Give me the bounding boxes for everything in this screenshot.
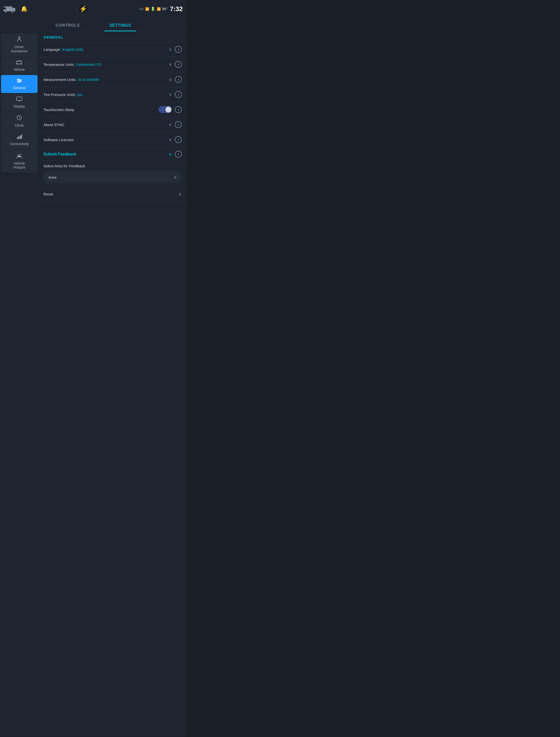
row-tire-pressure[interactable]: Tire Pressure Units: psi ∨ i — [39, 87, 187, 102]
tire-pressure-label: Tire Pressure Units: psi — [43, 93, 169, 97]
svg-rect-26 — [21, 135, 22, 139]
area-label: Area: — [48, 175, 57, 179]
submit-feedback-chevron-icon[interactable]: ∧ — [169, 152, 172, 157]
about-sync-key: About SYNC — [43, 123, 64, 127]
svg-point-12 — [18, 79, 19, 80]
row-language[interactable]: Language: English (US) ∨ i — [39, 42, 187, 57]
section-header-general: GENERAL — [39, 32, 187, 42]
signal-bars-icon: 📶 — [157, 7, 161, 11]
feedback-expanded-content: Select Area for Feedback Area: ∨ — [39, 160, 187, 187]
measurement-units-label: Measurement Units: mi & mi/kWh — [43, 78, 169, 82]
toggle-track[interactable] — [159, 106, 172, 113]
temperature-display: 56° — [162, 7, 167, 11]
measurement-units-chevron-icon[interactable]: ∨ — [169, 77, 172, 82]
clock-icon — [17, 115, 22, 122]
svg-point-16 — [18, 81, 20, 83]
row-about-sync[interactable]: About SYNC ∨ i — [39, 117, 187, 132]
submit-feedback-controls: ∧ i — [169, 151, 182, 158]
signal-icon — [17, 134, 22, 140]
touchscreen-beep-key: Touchscreen Beep — [43, 108, 74, 112]
sidebar-label-general: General — [13, 86, 25, 90]
submit-feedback-header[interactable]: Submit Feedback ∧ i — [39, 147, 187, 160]
svg-line-22 — [19, 118, 20, 118]
tire-pressure-info-button[interactable]: i — [175, 91, 182, 98]
status-bar-center: ⚡ — [77, 3, 89, 15]
svg-rect-17 — [17, 97, 22, 100]
toggle-thumb — [165, 107, 171, 113]
about-sync-chevron-icon[interactable]: ∨ — [169, 122, 172, 127]
row-software-licenses[interactable]: Software Licenses ∨ i — [39, 132, 187, 147]
select-area-label: Select Area for Feedback — [43, 164, 182, 168]
reset-key: Reset — [43, 192, 53, 196]
touchscreen-beep-controls: i — [159, 106, 182, 113]
wifi-icon: 📶 — [145, 7, 149, 11]
sidebar-label-vehicle-hotspot: Vehicle Hotspot — [13, 161, 25, 170]
tab-settings[interactable]: SETTINGS — [104, 21, 136, 31]
temp-units-label: Temperature Units: Fahrenheit (°F) — [43, 62, 169, 67]
reset-label: Reset — [43, 192, 179, 196]
software-licenses-info-button[interactable]: i — [175, 136, 182, 143]
measurement-units-value: mi & mi/kWh — [78, 78, 99, 82]
bell-icon: 🔔 — [21, 6, 27, 12]
language-controls: ∨ i — [169, 46, 182, 53]
row-touchscreen-beep[interactable]: Touchscreen Beep i — [39, 102, 187, 117]
temp-units-value: Fahrenheit (°F) — [76, 62, 101, 67]
svg-point-3 — [5, 11, 6, 12]
touchscreen-beep-label: Touchscreen Beep — [43, 108, 159, 112]
temp-units-key: Temperature Units: — [43, 62, 75, 67]
sidebar-item-driver-assistance[interactable]: Driver Assistance — [1, 34, 38, 56]
status-bar-left: 🔔 — [3, 4, 27, 13]
tab-controls[interactable]: CONTROLS — [51, 21, 85, 31]
area-dropdown[interactable]: Area: ∨ — [43, 171, 182, 183]
language-key: Language: — [43, 47, 61, 52]
svg-point-28 — [19, 156, 20, 157]
touchscreen-beep-info-button[interactable]: i — [175, 106, 182, 113]
measurement-units-controls: ∨ i — [169, 76, 182, 83]
svg-rect-24 — [18, 137, 19, 139]
tab-bar: CONTROLS SETTINGS — [0, 18, 187, 32]
submit-feedback-info-button[interactable]: i — [175, 151, 182, 158]
temp-units-info-button[interactable]: i — [175, 61, 182, 68]
sidebar-item-general[interactable]: General — [1, 75, 38, 93]
language-chevron-icon[interactable]: ∨ — [169, 47, 172, 52]
sidebar-item-display[interactable]: Display — [1, 94, 38, 112]
software-licenses-chevron-icon[interactable]: ∨ — [169, 137, 172, 142]
row-measurement-units[interactable]: Measurement Units: mi & mi/kWh ∨ i — [39, 72, 187, 87]
svg-point-5 — [12, 11, 13, 12]
reset-chevron-icon[interactable]: ∨ — [179, 192, 182, 197]
display-icon — [16, 97, 22, 103]
about-sync-controls: ∨ i — [169, 121, 182, 128]
tire-pressure-controls: ∨ i — [169, 91, 182, 98]
signal-arrows-icon: ⇅4 — [139, 7, 144, 11]
language-info-button[interactable]: i — [175, 46, 182, 53]
tire-pressure-chevron-icon[interactable]: ∨ — [169, 92, 172, 97]
software-licenses-label: Software Licenses — [43, 138, 169, 142]
sidebar-label-driver-assistance: Driver Assistance — [11, 45, 28, 53]
sidebar-item-clock[interactable]: Clock — [1, 112, 38, 131]
software-licenses-key: Software Licenses — [43, 138, 74, 142]
svg-rect-6 — [3, 7, 6, 9]
submit-feedback-section: Submit Feedback ∧ i Select Area for Feed… — [39, 147, 187, 187]
vehicle-icon — [16, 60, 23, 66]
settings-panel: GENERAL Language: English (US) ∨ i Tempe… — [39, 32, 187, 737]
sidebar-item-connectivity[interactable]: Connectivity — [1, 131, 38, 149]
about-sync-info-button[interactable]: i — [175, 121, 182, 128]
software-licenses-controls: ∨ i — [169, 136, 182, 143]
svg-rect-23 — [17, 137, 18, 139]
bolt-circle: ⚡ — [77, 3, 89, 15]
status-icons: ⇅4 📶 🔋 📶 56° — [139, 7, 167, 11]
hotspot-icon — [16, 153, 23, 160]
main-content: Driver Assistance Vehicle — [0, 32, 187, 737]
temp-units-chevron-icon[interactable]: ∨ — [169, 62, 172, 67]
sidebar: Driver Assistance Vehicle — [0, 32, 39, 737]
sidebar-item-vehicle-hotspot[interactable]: Vehicle Hotspot — [1, 150, 38, 173]
submit-feedback-label: Submit Feedback — [43, 152, 76, 157]
row-temp-units[interactable]: Temperature Units: Fahrenheit (°F) ∨ i — [39, 57, 187, 72]
touchscreen-beep-toggle[interactable] — [159, 106, 172, 113]
measurement-units-info-button[interactable]: i — [175, 76, 182, 83]
tire-pressure-key: Tire Pressure Units: — [43, 93, 76, 97]
sidebar-label-clock: Clock — [15, 123, 23, 128]
sidebar-item-vehicle[interactable]: Vehicle — [1, 57, 38, 75]
about-sync-label: About SYNC — [43, 123, 169, 127]
row-reset[interactable]: Reset ∨ — [39, 187, 187, 201]
